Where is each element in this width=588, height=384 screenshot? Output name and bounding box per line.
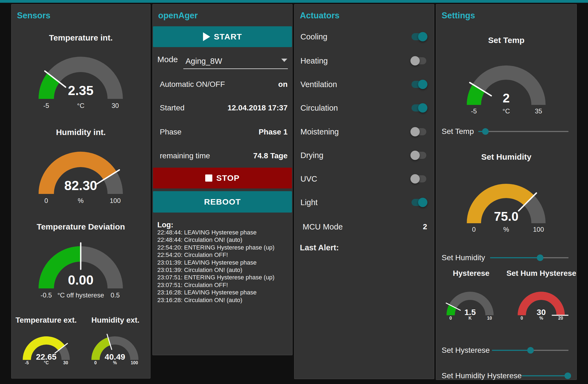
actuator-label: UVC <box>300 174 317 184</box>
gauge-heading-temperature-ext: Temperature ext. <box>11 316 81 325</box>
slider-label: Set Temp <box>442 127 474 136</box>
slider-fill <box>490 257 540 258</box>
toggle-drying[interactable] <box>412 152 426 159</box>
log-line: 22:48:44: Circulation ON! (auto) <box>157 236 289 243</box>
gauge-max-label: 10 <box>476 316 503 321</box>
info-row-started: Started 12.04.2018 17:37 <box>153 102 292 113</box>
set-humidity-slider[interactable] <box>490 254 569 261</box>
actuators-panel: Actuators Cooling Heating Ventilation Ci… <box>294 4 434 379</box>
slider-knob[interactable] <box>482 128 489 135</box>
gauge-heading-humidity-int: Humidity int. <box>11 128 150 137</box>
toggle-moistening[interactable] <box>412 128 426 135</box>
mcu-mode-label: MCU Mode <box>303 222 343 231</box>
gauge-min-label: 0 <box>27 197 65 205</box>
panel-title: Sensors <box>17 11 50 21</box>
toggle-knob <box>418 32 427 41</box>
info-label: Phase <box>160 128 181 136</box>
info-row-remaining-time: remaining time 74.8 Tage <box>153 150 292 161</box>
toggle-heating[interactable] <box>412 57 426 64</box>
log-line: 23:16:28: Circulation ON! (auto) <box>157 296 289 304</box>
settings-panel: Settings Set Temp 2 -5 °C 35 Set Temp Se… <box>436 4 577 380</box>
gauge-set-temp: 2 -5 °C 35 <box>460 61 553 115</box>
gauge-heading-set-humidity: Set Humidity <box>436 152 577 162</box>
actuator-row-uvc: UVC <box>294 173 434 184</box>
reboot-button-label: REBOOT <box>204 197 241 207</box>
log-line: 23:07:51: ENTERING Hysterese phase (up) <box>157 274 289 281</box>
actuator-row-circulation: Circulation <box>294 102 434 113</box>
gauge-hysterese: 1.5 0 K 10 <box>441 288 499 322</box>
slider-fill <box>522 375 568 376</box>
actuator-label: Moistening <box>300 127 339 136</box>
info-value: 12.04.2018 17:37 <box>227 104 288 112</box>
actuator-label: Heating <box>300 56 328 65</box>
actuator-label: Light <box>300 198 318 207</box>
gauge-humidity-int: 82.30 0 % 100 <box>31 147 130 206</box>
slider-label: Set Hysterese <box>442 346 490 355</box>
actuator-label: Circulation <box>300 104 338 113</box>
sensors-panel: Sensors Temperature int. 2.35 -5 °C 30 H… <box>11 4 150 379</box>
slider-label: Set Humidity <box>442 253 485 262</box>
gauge-temperature-int: 2.35 -5 °C 30 <box>31 52 130 111</box>
gauge-units-label: °C <box>62 102 100 110</box>
slider-fill <box>492 350 531 351</box>
gauge-heading-hysterese: Hysterese <box>436 269 506 278</box>
info-value: 74.8 Tage <box>253 151 288 160</box>
set-temp-slider-row: Set Temp <box>436 127 577 136</box>
gauge-units-label: % <box>62 197 100 205</box>
mode-select[interactable]: Aging_8W <box>183 53 288 69</box>
info-label: Started <box>160 104 184 112</box>
toggle-light[interactable] <box>412 199 426 206</box>
openager-panel: openAger START Mode Aging_8W Automatic O… <box>152 4 292 355</box>
slider-knob[interactable] <box>537 254 543 261</box>
reboot-button[interactable]: REBOOT <box>153 191 292 213</box>
last-alert-label: Last Alert: <box>300 243 339 252</box>
set-humidity-hysterese-slider-row: Set Humidity Hysterese <box>436 372 577 380</box>
toggle-cooling[interactable] <box>412 33 426 40</box>
gauge-set-humidity: 75.0 0 % 100 <box>460 179 553 234</box>
actuator-row-heating: Heating <box>294 55 434 66</box>
mcu-mode-value: 2 <box>423 222 427 231</box>
gauge-value: 40.49 <box>86 352 144 362</box>
set-temp-slider[interactable] <box>478 128 569 135</box>
top-accent-bar <box>0 0 588 3</box>
gauge-max-label: 0.5 <box>96 291 134 299</box>
gauge-value: 22.65 <box>18 352 75 362</box>
play-icon <box>203 32 210 41</box>
actuator-row-light: Light <box>294 197 434 208</box>
mode-label: Mode <box>157 55 178 64</box>
set-hysterese-slider-row: Set Hysterese <box>436 346 577 354</box>
set-hysterese-slider[interactable] <box>492 347 569 354</box>
toggle-knob <box>418 80 427 89</box>
slider-knob[interactable] <box>527 347 534 354</box>
gauge-max-label: 30 <box>52 360 79 365</box>
actuator-row-cooling: Cooling <box>294 31 434 42</box>
info-label: remaining time <box>160 151 210 160</box>
panel-title: Settings <box>442 11 475 21</box>
log-lines: 22:48:44: LEAVING Hysterese phase22:48:4… <box>157 229 289 304</box>
gauge-max-label: 100 <box>121 360 148 365</box>
log-line: 22:48:44: LEAVING Hysterese phase <box>157 229 289 236</box>
start-button-label: START <box>214 32 242 41</box>
toggle-knob <box>410 151 420 160</box>
gauge-heading-set-temp: Set Temp <box>436 36 577 45</box>
actuator-row-drying: Drying <box>294 150 434 161</box>
set-humidity-hysterese-slider[interactable] <box>522 372 569 379</box>
toggle-knob <box>418 103 427 113</box>
log-line: 23:01:39: Circulation ON! (auto) <box>157 266 289 274</box>
info-value: Phase 1 <box>259 128 288 136</box>
actuator-label: Ventilation <box>300 80 337 89</box>
info-row-phase: Phase Phase 1 <box>153 127 292 137</box>
toggle-uvc[interactable] <box>412 175 426 182</box>
start-button[interactable]: START <box>153 26 292 47</box>
last-alert-row: Last Alert: <box>294 242 434 253</box>
stop-icon <box>205 174 212 182</box>
stop-button[interactable]: STOP <box>153 168 292 188</box>
actuator-row-ventilation: Ventilation <box>294 79 434 90</box>
toggle-circulation[interactable] <box>412 104 426 111</box>
gauge-heading-hum-hysterese: Set Hum Hysterese <box>506 269 577 278</box>
toggle-ventilation[interactable] <box>412 81 426 88</box>
gauge-value: 2.35 <box>31 83 130 98</box>
gauge-heading-temperature-deviation: Temperature Deviation <box>11 222 150 231</box>
stop-button-label: STOP <box>216 173 239 183</box>
slider-knob[interactable] <box>564 372 571 379</box>
